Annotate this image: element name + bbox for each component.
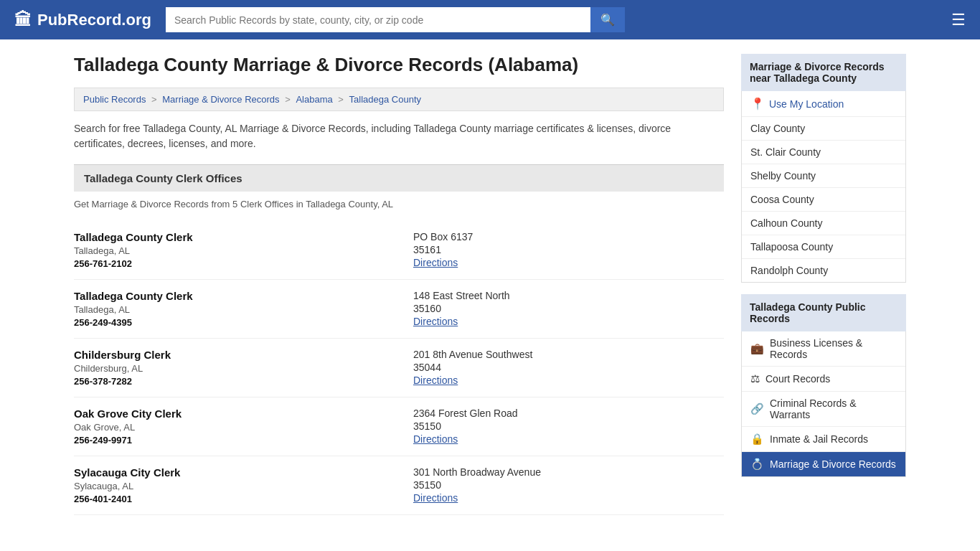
clerk-info: Childersburg Clerk Childersburg, AL 256-… [74,349,385,387]
logo-text: PubRecord.org [37,11,151,29]
clerk-phone: 256-761-2102 [74,258,385,269]
clerk-address-line1: 301 North Broadway Avenue [413,466,724,478]
clerk-city: Oak Grove, AL [74,422,385,433]
clerk-city: Talladega, AL [74,245,385,256]
public-records-section: Talladega County Public Records 💼Busines… [741,294,906,477]
clerk-address-line1: 2364 Forest Glen Road [413,408,724,419]
search-bar: 🔍 [166,7,625,32]
breadcrumb-alabama[interactable]: Alabama [296,94,332,105]
nearby-section: Marriage & Divorce Records near Talladeg… [741,54,906,283]
breadcrumb-talladega-county[interactable]: Talladega County [349,94,421,105]
clerk-address: 148 East Street North 35160 Directions [385,290,724,328]
public-record-item[interactable]: 🔒Inmate & Jail Records [742,427,905,452]
breadcrumb-public-records[interactable]: Public Records [83,94,146,105]
location-icon: 📍 [750,97,765,110]
directions-link[interactable]: Directions [413,433,458,445]
nearby-county-item[interactable]: Coosa County [742,188,905,212]
site-header: 🏛 PubRecord.org 🔍 ☰ [0,0,980,39]
public-record-item[interactable]: ⚖Court Records [742,367,905,392]
breadcrumb-marriage-divorce[interactable]: Marriage & Divorce Records [162,94,279,105]
page-description: Search for free Talladega County, AL Mar… [74,121,724,151]
clerk-address-line2: 35044 [413,362,724,373]
clerk-address-line2: 35150 [413,420,724,432]
clerk-entry: Talladega County Clerk Talladega, AL 256… [74,280,724,339]
clerk-address-line1: PO Box 6137 [413,231,724,242]
clerk-address-line2: 35160 [413,303,724,314]
clerk-phone: 256-401-2401 [74,494,385,504]
section-sub: Get Marriage & Divorce Records from 5 Cl… [74,199,724,209]
record-label: Inmate & Jail Records [770,433,868,445]
record-label: Criminal Records & Warrants [770,397,897,420]
clerk-city: Childersburg, AL [74,363,385,374]
main-container: Talladega County Marriage & Divorce Reco… [60,39,920,529]
record-icon: 🔗 [750,402,764,415]
public-records-list: 💼Business Licenses & Records⚖Court Recor… [741,331,906,477]
clerk-list: Talladega County Clerk Talladega, AL 256… [74,221,724,515]
clerk-address-line2: 35161 [413,244,724,255]
clerk-city: Sylacauga, AL [74,481,385,491]
building-icon: 🏛 [14,10,32,30]
clerk-info: Oak Grove City Clerk Oak Grove, AL 256-2… [74,408,385,446]
nearby-county-item[interactable]: Shelby County [742,164,905,188]
record-icon: 💍 [750,458,764,471]
sidebar: Marriage & Divorce Records near Talladeg… [741,54,906,515]
public-record-item[interactable]: 💼Business Licenses & Records [742,331,905,367]
search-input[interactable] [166,7,590,32]
clerk-name: Talladega County Clerk [74,231,385,243]
clerk-address: 201 8th Avenue Southwest 35044 Direction… [385,349,724,387]
clerk-phone: 256-249-4395 [74,317,385,328]
record-label: Court Records [765,373,830,385]
record-icon: 💼 [750,342,764,355]
record-label: Marriage & Divorce Records [770,458,896,470]
directions-link[interactable]: Directions [413,316,458,327]
nearby-county-item[interactable]: Calhoun County [742,212,905,235]
clerk-entry: Sylacauga City Clerk Sylacauga, AL 256-4… [74,456,724,515]
record-label: Business Licenses & Records [770,337,897,360]
clerk-name: Childersburg Clerk [74,349,385,361]
nearby-list: 📍 Use My Location Clay CountySt. Clair C… [741,91,906,283]
clerk-phone: 256-378-7282 [74,376,385,387]
nearby-county-item[interactable]: Randolph County [742,259,905,282]
clerk-entry: Talladega County Clerk Talladega, AL 256… [74,221,724,280]
clerk-address-line2: 35150 [413,479,724,491]
use-my-location[interactable]: 📍 Use My Location [742,91,905,117]
clerk-entry: Oak Grove City Clerk Oak Grove, AL 256-2… [74,397,724,456]
clerk-entry: Childersburg Clerk Childersburg, AL 256-… [74,339,724,397]
clerk-info: Talladega County Clerk Talladega, AL 256… [74,290,385,328]
record-icon: 🔒 [750,433,764,446]
use-location-label: Use My Location [769,98,844,110]
clerk-info: Talladega County Clerk Talladega, AL 256… [74,231,385,269]
nearby-title: Marriage & Divorce Records near Talladeg… [741,54,906,91]
clerk-phone: 256-249-9971 [74,435,385,446]
directions-link[interactable]: Directions [413,257,458,268]
clerk-name: Sylacauga City Clerk [74,466,385,479]
directions-link[interactable]: Directions [413,375,458,386]
clerk-address-line1: 201 8th Avenue Southwest [413,349,724,360]
public-record-item[interactable]: 💍Marriage & Divorce Records [742,452,905,476]
nearby-county-item[interactable]: Clay County [742,117,905,141]
site-logo[interactable]: 🏛 PubRecord.org [14,10,151,30]
section-header: Talladega County Clerk Offices [74,164,724,192]
breadcrumb: Public Records > Marriage & Divorce Reco… [74,88,724,111]
search-button[interactable]: 🔍 [590,7,625,32]
nearby-county-item[interactable]: St. Clair County [742,141,905,164]
record-icon: ⚖ [750,372,760,385]
directions-link[interactable]: Directions [413,492,458,504]
clerk-info: Sylacauga City Clerk Sylacauga, AL 256-4… [74,466,385,504]
nearby-county-item[interactable]: Tallapoosa County [742,235,905,259]
clerk-address-line1: 148 East Street North [413,290,724,301]
clerk-name: Talladega County Clerk [74,290,385,302]
clerk-address: PO Box 6137 35161 Directions [385,231,724,269]
clerk-city: Talladega, AL [74,304,385,315]
clerk-address: 2364 Forest Glen Road 35150 Directions [385,408,724,446]
page-title: Talladega County Marriage & Divorce Reco… [74,54,724,76]
public-records-title: Talladega County Public Records [741,294,906,331]
clerk-address: 301 North Broadway Avenue 35150 Directio… [385,466,724,504]
clerk-name: Oak Grove City Clerk [74,408,385,420]
content-area: Talladega County Marriage & Divorce Reco… [74,54,724,515]
public-record-item[interactable]: 🔗Criminal Records & Warrants [742,392,905,427]
hamburger-button[interactable]: ☰ [951,11,966,29]
